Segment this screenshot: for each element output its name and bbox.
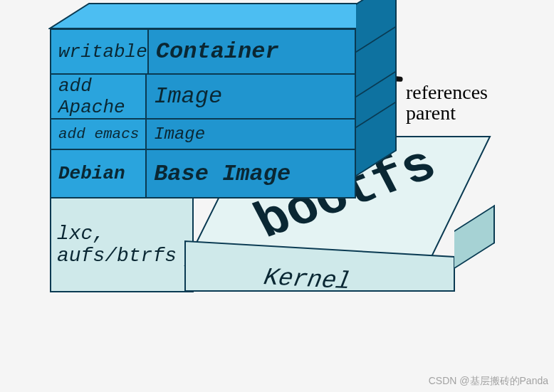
layer-left-label: add Apache bbox=[50, 73, 145, 120]
layer-right-label: Image bbox=[145, 73, 356, 120]
layer-2: add emacsImage bbox=[50, 118, 356, 150]
layer-left-label: Debian bbox=[50, 149, 145, 198]
layer-3: DebianBase Image bbox=[50, 149, 356, 198]
layer-front-face: writableContainer bbox=[50, 28, 356, 75]
layer-0: writableContainer bbox=[50, 28, 356, 75]
docker-layers-diagram: writableContaineradd ApacheImageadd emac… bbox=[50, 28, 513, 370]
layer-front-face: DebianBase Image bbox=[50, 149, 356, 198]
annotation-line2: parent bbox=[406, 102, 488, 123]
layer-right-label: Base Image bbox=[145, 149, 356, 198]
kernel-step-label: Kernel bbox=[261, 264, 353, 294]
layer-left-label: add emacs bbox=[50, 118, 145, 150]
annotation-references-parent: references parent bbox=[406, 82, 488, 124]
svg-marker-0 bbox=[50, 4, 395, 28]
layer-front-face: add emacsImage bbox=[50, 118, 356, 150]
layer-left-label: writable bbox=[50, 28, 147, 75]
watermark: CSDN @基层搬砖的Panda bbox=[429, 375, 548, 388]
annotation-line1: references bbox=[406, 82, 488, 102]
layer-front-face: add ApacheImage bbox=[50, 73, 356, 120]
kernel-step-face: Kernel bbox=[184, 240, 469, 294]
layer-right-label: Image bbox=[145, 118, 356, 150]
layer-1: add ApacheImage bbox=[50, 73, 356, 120]
layer-right-label: Container bbox=[147, 28, 356, 75]
